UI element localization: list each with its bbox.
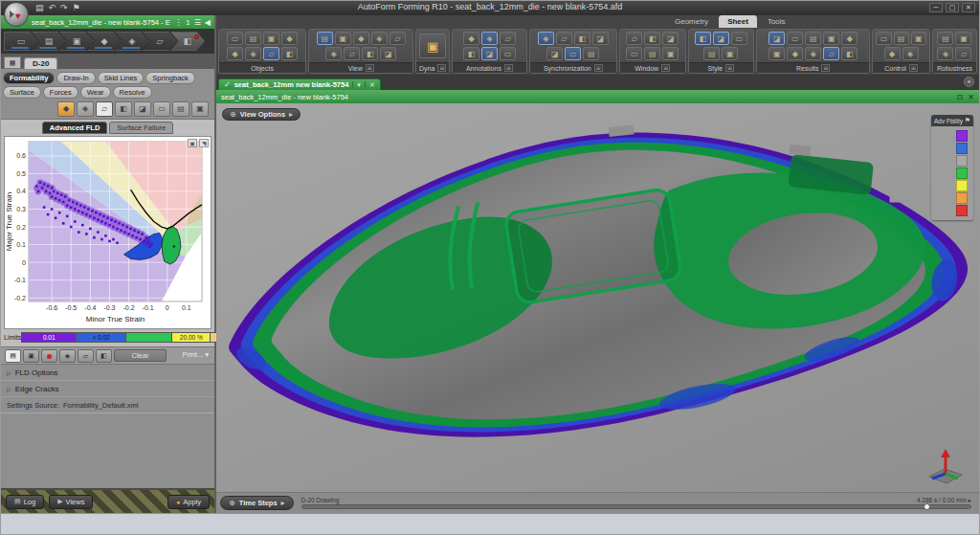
ribbon-icon-style-1-1[interactable]: ▣ bbox=[722, 47, 738, 60]
ribbon-icon-window-1-0[interactable]: ▭ bbox=[626, 47, 642, 60]
group-expander-icon[interactable]: ⊞ bbox=[437, 64, 446, 72]
ribbon-icon-style-0-2[interactable]: ▭ bbox=[731, 32, 747, 45]
snapshot-icon[interactable]: ▣ bbox=[188, 139, 197, 147]
ribbon-icon-synchronization-1-2[interactable]: ▤ bbox=[583, 47, 599, 60]
ribbon-icon-results-1-2[interactable]: ◈ bbox=[805, 47, 821, 60]
ribbon-tab-geometry[interactable]: Geometry bbox=[666, 15, 717, 28]
ribbon-icon-results-0-2[interactable]: ▤ bbox=[805, 32, 821, 45]
ribbon-icon-annotations-1-1[interactable]: ◪ bbox=[481, 47, 498, 60]
viewport-3d[interactable]: ⊕ View Options ▸ Adv Fbility⚑ bbox=[216, 103, 979, 492]
export-icon[interactable]: ◪ bbox=[134, 101, 151, 117]
ribbon-icon-view-0-1[interactable]: ▣ bbox=[335, 32, 351, 45]
ribbon-icon-objects-0-3[interactable]: ◆ bbox=[281, 32, 298, 45]
ribbon-tab-sheet[interactable]: Sheet bbox=[719, 15, 757, 28]
ribbon-icon-synchronization-0-0[interactable]: ◈ bbox=[538, 32, 554, 45]
group-expander-icon[interactable]: ⊞ bbox=[504, 64, 513, 72]
ribbon-icon-annotations-0-1[interactable]: ◈ bbox=[481, 32, 498, 45]
section-edge-cracks[interactable]: ▷Edge Cracks bbox=[1, 381, 214, 397]
curve-icon[interactable]: ▣ bbox=[191, 101, 209, 117]
ribbon-icon-view-0-2[interactable]: ◆ bbox=[353, 32, 369, 45]
views-button[interactable]: ▶Views bbox=[49, 495, 93, 509]
minimize-button[interactable]: ─ bbox=[929, 3, 943, 12]
ribbon-icon-objects-0-1[interactable]: ▤ bbox=[245, 32, 261, 45]
doc-icon[interactable]: ▤ bbox=[172, 101, 189, 117]
maximize-button[interactable]: ▢ bbox=[946, 3, 959, 12]
group-expander-icon[interactable]: ⊞ bbox=[909, 64, 918, 72]
ribbon-icon-objects-1-3[interactable]: ◧ bbox=[281, 47, 298, 60]
stage-list-icon[interactable]: ▦ bbox=[4, 56, 21, 69]
ribbon-icon-style-1-0[interactable]: ▤ bbox=[703, 47, 720, 60]
ribbon-icon-results-0-3[interactable]: ▣ bbox=[823, 32, 839, 45]
ribbon-icon-annotations-1-0[interactable]: ◧ bbox=[463, 47, 479, 60]
fld-tab-surface-failure[interactable]: Surface Failure bbox=[109, 122, 173, 134]
ribbon-icon-objects-1-2[interactable]: ▱ bbox=[263, 47, 279, 60]
ribbon-icon-results-0-1[interactable]: ▭ bbox=[787, 32, 803, 45]
ribbon-icon-robustness-0-0[interactable]: ▤ bbox=[937, 32, 953, 45]
probe-icon[interactable]: ▤ bbox=[5, 349, 21, 363]
ribbon-icon-view-0-3[interactable]: ◈ bbox=[371, 32, 388, 45]
fld-tab-advanced-fld[interactable]: Advanced FLD bbox=[42, 122, 108, 134]
group-expander-icon[interactable]: ⊞ bbox=[661, 64, 670, 72]
ribbon-icon-window-1-2[interactable]: ▣ bbox=[662, 47, 679, 60]
ribbon-icon-window-0-2[interactable]: ◪ bbox=[662, 32, 679, 45]
ribbon-icon-synchronization-0-2[interactable]: ◧ bbox=[574, 32, 590, 45]
ribbon-icon-objects-0-2[interactable]: ▣ bbox=[263, 32, 279, 45]
record-icon[interactable] bbox=[41, 349, 57, 363]
ribbon-icon-window-0-1[interactable]: ◧ bbox=[644, 32, 660, 45]
viewport-maximize-icon[interactable]: ⊡ bbox=[957, 93, 964, 101]
binder-icon[interactable]: ◆ bbox=[57, 101, 75, 117]
workflow-step-file[interactable]: ▭ bbox=[4, 32, 38, 51]
tab-close-icon[interactable]: ✕ bbox=[365, 81, 375, 89]
ribbon-icon-view-1-0[interactable]: ◈ bbox=[325, 47, 342, 60]
ribbon-icon-window-1-1[interactable]: ▤ bbox=[644, 47, 660, 60]
close-button[interactable]: ✕ bbox=[962, 3, 975, 12]
add-view-button[interactable]: + bbox=[964, 77, 974, 87]
result-tab-surface[interactable]: Surface bbox=[3, 86, 41, 99]
report-icon[interactable]: ▭ bbox=[153, 101, 170, 117]
group-expander-icon[interactable]: ⊞ bbox=[725, 64, 734, 72]
ribbon-icon-control-1-1[interactable]: ◈ bbox=[902, 47, 919, 60]
ribbon-icon-results-0-0[interactable]: ◪ bbox=[768, 32, 785, 45]
process-tab-d20[interactable]: D-20 bbox=[24, 57, 57, 69]
ribbon-icon-results-1-3[interactable]: ▱ bbox=[823, 47, 839, 60]
ribbon-tab-tools[interactable]: Tools bbox=[759, 15, 794, 28]
ribbon-icon-control-1-0[interactable]: ◆ bbox=[884, 47, 901, 60]
orientation-triad[interactable] bbox=[924, 446, 968, 488]
print-button[interactable]: Print... ▾ bbox=[168, 349, 211, 362]
ribbon-icon-annotations-0-2[interactable]: ▱ bbox=[500, 32, 516, 45]
time-slider[interactable]: D-20 Drawing 4.286 s / 0.00 mm ▸ bbox=[301, 497, 971, 509]
ribbon-icon-synchronization-1-0[interactable]: ◪ bbox=[546, 47, 563, 60]
ribbon-icon-style-0-1[interactable]: ◪ bbox=[713, 32, 729, 45]
group-expander-icon[interactable]: ⊞ bbox=[821, 64, 830, 72]
result-tab-forces[interactable]: Forces bbox=[43, 86, 78, 99]
time-slider-groove[interactable] bbox=[301, 504, 971, 509]
ribbon-icon-view-1-2[interactable]: ◧ bbox=[362, 47, 378, 60]
group-expander-icon[interactable]: ⊞ bbox=[594, 64, 603, 72]
ribbon-icon-objects-1-1[interactable]: ◈ bbox=[245, 47, 261, 60]
header-icon-2[interactable]: ☰ bbox=[194, 18, 201, 27]
fld-chart-svg[interactable]: -0.6-0.5-0.4-0.3-0.2-0.100.1-0.2-0.100.1… bbox=[5, 137, 207, 324]
ribbon-icon-control-0-2[interactable]: ▣ bbox=[911, 32, 926, 45]
ribbon-icon-objects-1-0[interactable]: ◆ bbox=[227, 47, 243, 60]
ribbon-icon-robustness-0-1[interactable]: ▣ bbox=[955, 32, 971, 45]
ribbon-icon-objects-0-0[interactable]: ▭ bbox=[227, 32, 243, 45]
ribbon-icon-view-1-1[interactable]: ▱ bbox=[344, 47, 360, 60]
pages-icon[interactable]: ◧ bbox=[115, 101, 132, 117]
ribbon-icon-robustness-1-0[interactable]: ◈ bbox=[937, 47, 953, 60]
tab-dropdown-icon[interactable]: ▾ bbox=[352, 81, 361, 89]
press-icon[interactable]: ◈ bbox=[77, 101, 94, 117]
ribbon-icon-control-0-1[interactable]: ▤ bbox=[894, 32, 909, 45]
autoform-logo-icon[interactable]: ♥ bbox=[4, 2, 29, 27]
header-icon-1[interactable]: 1 bbox=[186, 18, 189, 27]
pin-icon[interactable]: ◥ bbox=[199, 139, 209, 147]
header-icon-3[interactable]: ◀ bbox=[205, 18, 211, 27]
result-tab-resolve[interactable]: Resolve bbox=[113, 86, 152, 99]
ribbon-icon-results-1-0[interactable]: ▣ bbox=[768, 47, 785, 60]
ribbon-icon-view-0-0[interactable]: ▤ bbox=[317, 32, 333, 45]
result-tab-wear[interactable]: Wear bbox=[80, 86, 111, 99]
result-tab-draw-in[interactable]: Draw-In bbox=[56, 72, 95, 84]
ribbon-icon-results-1-1[interactable]: ◆ bbox=[787, 47, 803, 60]
viewport-close-icon[interactable]: ✕ bbox=[968, 93, 974, 101]
ribbon-icon-annotations-0-0[interactable]: ◆ bbox=[463, 32, 479, 45]
ribbon-icon-results-1-4[interactable]: ◧ bbox=[841, 47, 858, 60]
